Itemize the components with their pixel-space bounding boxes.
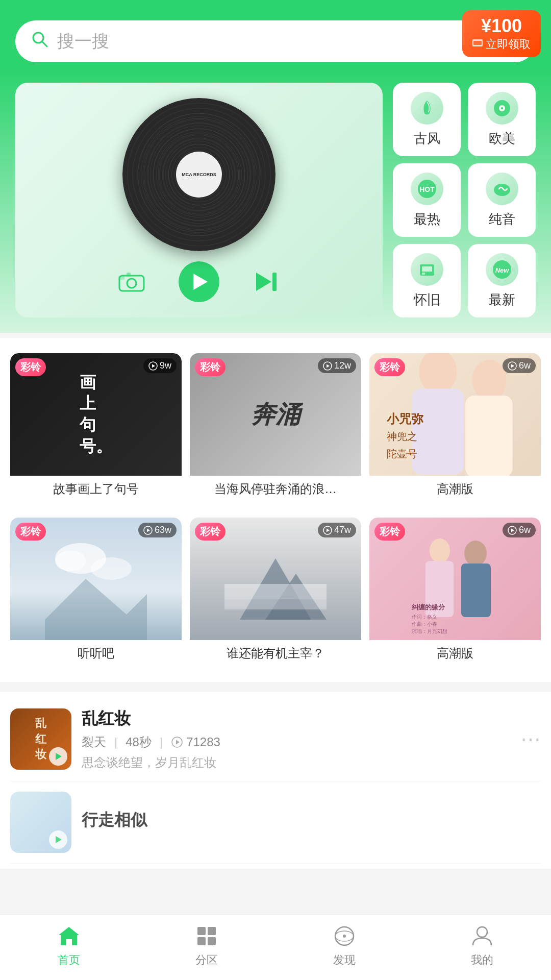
camera-button[interactable] [115,265,148,298]
coupon-badge[interactable]: ¥100 立即领取 [462,10,541,57]
nav-home-label: 首页 [58,952,80,968]
svg-point-21 [501,107,503,109]
svg-rect-48 [224,584,327,599]
svg-text:作词：格义: 作词：格义 [411,614,437,620]
svg-rect-16 [118,276,124,280]
nav-find[interactable]: 发现 [276,923,413,968]
svg-text:神兜之: 神兜之 [387,431,417,442]
svg-rect-65 [208,937,216,945]
svg-rect-62 [197,927,206,935]
nav-discover[interactable]: 分区 [138,923,276,968]
svg-marker-44 [45,579,147,640]
svg-rect-54 [461,564,491,617]
category-zuire[interactable]: HOT 最热 [393,163,461,237]
song-card-1[interactable]: 画上句号。 彩铃 9w 故事画上了句号 [10,353,182,502]
song-card-2[interactable]: 奔涌 彩铃 12w 当海风停驻奔涌的浪… [190,353,361,502]
category-zuixin[interactable]: New 最新 [468,244,536,317]
nav-discover-label: 分区 [195,952,218,968]
chunyin-label: 纯音 [489,210,515,228]
plays-2: 12w [318,358,356,373]
svg-rect-34 [412,389,464,475]
song-card-6[interactable]: 纠缠的缘分 作词：格义 作曲：小春 演唱：月光幻想 彩铃 6w 高潮版 [369,518,541,667]
huaijiu-label: 怀旧 [414,291,440,309]
badge-6: 彩铃 [374,523,405,541]
coupon-action: 立即领取 [472,37,531,52]
search-icon [31,30,49,53]
list-thumb-1: 乱红妆 [10,708,71,770]
svg-point-51 [430,538,450,563]
svg-text:New: New [495,266,509,274]
svg-point-35 [472,359,507,401]
svg-rect-26 [422,266,432,272]
plays-5: 47w [318,523,356,537]
vinyl-controls [115,261,283,302]
nav-mine[interactable]: 我的 [413,923,551,968]
search-bar[interactable]: 搜一搜 [15,20,536,62]
svg-text:小咒弥: 小咒弥 [386,412,423,426]
list-item-1[interactable]: 乱红妆 乱红妆 裂天 | 48秒 | 71283 思念谈绝望，岁月乱红妆 [10,697,541,781]
song-card-3[interactable]: 小咒弥 神兜之 陀壶号 彩铃 6w 高潮版 [369,353,541,502]
chunyin-icon [486,173,518,205]
list-item-2[interactable]: 行走相似 [10,781,541,864]
badge-5: 彩铃 [195,523,226,541]
list-section: 乱红妆 乱红妆 裂天 | 48秒 | 71283 思念谈绝望，岁月乱红妆 [0,692,551,869]
svg-marker-17 [256,273,271,291]
vinyl-card: MCA RECORDS [15,83,383,317]
grid-icon [193,923,220,949]
header: 搜一搜 ¥100 立即领取 [0,0,551,72]
svg-rect-15 [127,273,131,277]
song-title-3: 高潮版 [369,476,541,502]
zuixin-icon: New [486,253,518,286]
svg-point-69 [477,927,487,937]
category-grid: 古风 欧美 HOT [393,83,536,317]
list-meta-1: 裂天 | 48秒 | 71283 [82,734,510,750]
song-title-5: 谁还能有机主宰？ [190,640,361,667]
song-title-1: 故事画上了句号 [10,476,182,502]
song-title-4: 听听吧 [10,640,182,667]
user-icon [469,923,495,949]
oumei-label: 欧美 [489,130,515,148]
coupon-amount: ¥100 [472,15,531,37]
song-card-5[interactable]: 彩铃 47w 谁还能有机主宰？ [190,518,361,667]
category-huaijiu[interactable]: 怀旧 [393,244,461,317]
nav-mine-label: 我的 [471,952,493,968]
list-play-2[interactable] [49,830,67,849]
next-button[interactable] [250,265,283,298]
svg-line-1 [42,41,47,46]
plays-3: 6w [503,358,536,373]
vinyl-label: MCA RECORDS [176,152,222,198]
nav-find-label: 发现 [333,952,356,968]
svg-rect-36 [465,396,512,476]
song-card-4[interactable]: 彩铃 63w 听听吧 [10,518,182,667]
list-info-1: 乱红妆 裂天 | 48秒 | 71283 思念谈绝望，岁月乱红妆 [82,707,510,771]
list-artist-1: 裂天 [82,734,106,750]
badge-2: 彩铃 [195,358,226,376]
plays-4: 63w [138,523,177,537]
svg-rect-64 [197,937,206,945]
gufeng-icon [411,92,443,125]
category-oumei[interactable]: 欧美 [468,83,536,156]
home-icon [56,923,82,949]
svg-point-14 [127,279,136,288]
compass-icon [331,923,358,949]
plays-1: 9w [143,358,177,373]
zuire-icon: HOT [411,173,443,205]
list-desc-1: 思念谈绝望，岁月乱红妆 [82,754,510,771]
category-chunyin[interactable]: 纯音 [468,163,536,237]
svg-point-42 [55,551,86,571]
list-more-1[interactable]: ⋯ [520,727,541,751]
svg-text:演唱：月光幻想: 演唱：月光幻想 [412,628,447,634]
svg-rect-18 [272,273,277,291]
category-gufeng[interactable]: 古风 [393,83,461,156]
svg-text:作曲：小春: 作曲：小春 [411,621,437,627]
zuire-label: 最热 [414,210,440,228]
play-button[interactable] [179,261,219,302]
list-thumb-2 [10,792,71,853]
badge-4: 彩铃 [15,523,46,541]
huaijiu-icon [411,253,443,286]
oumei-icon [486,92,518,125]
svg-marker-61 [59,927,79,945]
nav-home[interactable]: 首页 [0,923,138,968]
list-duration-1: 48秒 [126,734,152,750]
list-play-1[interactable] [49,747,67,766]
